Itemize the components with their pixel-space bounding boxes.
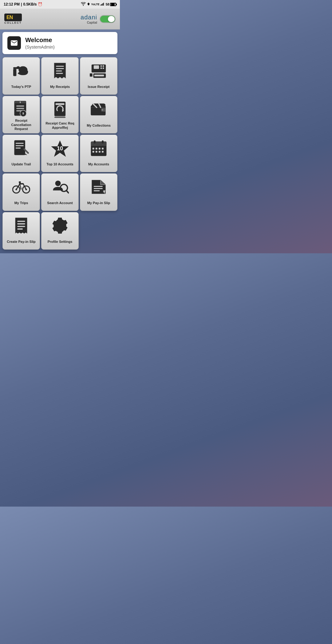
welcome-title: Welcome: [25, 36, 55, 44]
toggle-knob: [108, 16, 115, 22]
svg-rect-50: [93, 151, 94, 152]
grid-item-my-payin-slip[interactable]: ₹ My Pay-in Slip: [80, 173, 117, 211]
label-my-payin-slip: My Pay-in Slip: [87, 199, 110, 207]
grid-item-issue-receipt[interactable]: Issue Receipt: [80, 57, 117, 95]
svg-point-34: [102, 109, 103, 110]
svg-rect-10: [56, 73, 63, 74]
pencil-doc-icon: [12, 139, 30, 158]
grid-item-receipt-cancellation[interactable]: $ $ Receipt Cancellation Request: [2, 96, 40, 133]
grid-item-todays-ptp[interactable]: Today's PTP: [2, 57, 40, 95]
speed-value: 0.5KB/s: [23, 2, 37, 6]
label-create-payin-slip: Create Pay-in Slip: [7, 238, 36, 246]
svg-rect-49: [102, 148, 104, 149]
dollar-doc-icon: $ $: [12, 100, 30, 119]
grid-item-search-account[interactable]: Search Account: [41, 173, 79, 211]
grid-item-my-trips[interactable]: My Trips: [2, 173, 40, 211]
speed-display: |: [21, 2, 22, 6]
grid-item-my-collections[interactable]: My Collections: [80, 96, 117, 133]
icon-container-update-trail: [5, 139, 38, 159]
grid-item-receipt-canc-req[interactable]: Receipt Canc Req Apprv/Rej: [41, 96, 79, 133]
star-icon: 10: [50, 139, 70, 159]
label-receipt-cancellation: Receipt Cancellation Request: [5, 120, 38, 130]
adani-logo: adani Capital: [81, 14, 97, 24]
bicycle-icon: [12, 178, 30, 197]
status-left: 12:12 PM | 0.5KB/s ⏰: [4, 2, 42, 6]
svg-rect-64: [94, 188, 103, 189]
svg-rect-14: [94, 65, 99, 69]
grid-item-create-payin-slip[interactable]: Create Pay-in Slip: [2, 212, 40, 250]
sync-icon: [51, 101, 69, 120]
svg-rect-51: [96, 151, 97, 152]
hand-icon: [12, 62, 30, 81]
svg-line-62: [66, 190, 69, 193]
alarm-icon: ⏰: [38, 2, 42, 6]
svg-rect-36: [16, 143, 24, 144]
svg-rect-37: [16, 145, 24, 146]
svg-rect-23: [16, 105, 24, 107]
welcome-bar: Welcome (SystemAdmin): [2, 32, 117, 54]
grid-item-top-10-accounts[interactable]: 10 Top 10 Accounts: [41, 135, 79, 172]
svg-text:$: $: [22, 112, 24, 115]
adani-area: adani Capital: [81, 14, 116, 24]
svg-rect-7: [56, 65, 64, 66]
svg-rect-24: [16, 108, 24, 109]
logo-sub: COLLECT: [4, 21, 22, 24]
wifi-icon: [81, 2, 86, 7]
svg-rect-16: [103, 65, 104, 67]
svg-rect-52: [99, 151, 101, 152]
svg-rect-67: [17, 220, 25, 222]
icon-container-search-account: [43, 177, 77, 198]
icon-container-my-receipts: [43, 61, 77, 81]
grid-item-update-trail[interactable]: Update Trail: [2, 135, 40, 172]
svg-rect-65: [94, 190, 100, 191]
svg-rect-29: [56, 103, 65, 105]
label-todays-ptp: Today's PTP: [11, 83, 31, 91]
logo-main: EN: [6, 15, 13, 20]
grid-item-my-receipts[interactable]: My Receipts: [41, 57, 79, 95]
menu-grid: Today's PTP My Receipts Issue Receipt $: [0, 56, 120, 253]
label-my-receipts: My Receipts: [50, 83, 70, 91]
icon-container-issue-receipt: [82, 61, 115, 81]
toggle-switch[interactable]: [100, 15, 116, 23]
label-my-accounts: My Accounts: [88, 160, 109, 169]
label-update-trail: Update Trail: [12, 160, 31, 169]
svg-rect-13: [90, 73, 93, 76]
icon-container-receipt-canc-req: [43, 100, 77, 120]
svg-text:₹: ₹: [103, 190, 105, 194]
svg-rect-38: [16, 148, 21, 148]
slip-icon: [12, 217, 30, 236]
icon-container-todays-ptp: [5, 61, 38, 81]
label-profile-settings: Profile Settings: [48, 238, 73, 246]
svg-rect-18: [103, 67, 104, 69]
signal-text: YoLTE: [91, 3, 100, 6]
svg-rect-45: [102, 140, 104, 143]
calendar-icon: [90, 139, 108, 158]
label-search-account: Search Account: [47, 199, 73, 207]
svg-rect-69: [17, 226, 25, 227]
svg-rect-68: [17, 223, 25, 224]
icon-container-my-accounts: [82, 139, 115, 159]
svg-text:$: $: [20, 101, 21, 104]
icon-container-my-payin-slip: ₹: [82, 177, 115, 198]
payin-icon: ₹: [90, 178, 108, 197]
svg-rect-48: [99, 148, 101, 149]
label-issue-receipt: Issue Receipt: [88, 83, 110, 91]
svg-rect-70: [17, 228, 23, 230]
logo-box: EN COLLECT: [4, 14, 22, 25]
receipt-icon: [51, 62, 69, 81]
svg-rect-46: [93, 148, 94, 149]
grid-item-my-accounts[interactable]: My Accounts: [80, 135, 117, 172]
svg-point-60: [55, 180, 61, 186]
label-my-trips: My Trips: [14, 199, 28, 207]
icon-container-my-collections: [82, 100, 115, 120]
signal-bars: [101, 2, 105, 7]
svg-rect-8: [56, 68, 64, 69]
svg-rect-1: [101, 4, 102, 6]
logo-area: EN COLLECT: [4, 14, 22, 25]
svg-rect-9: [56, 70, 62, 71]
grid-item-profile-settings[interactable]: Profile Settings: [41, 212, 79, 250]
icon-container-receipt-cancellation: $ $: [5, 100, 38, 119]
gear-icon: [51, 217, 69, 236]
icon-container-profile-settings: [43, 216, 77, 236]
label-receipt-canc-req: Receipt Canc Req Apprv/Rej: [43, 121, 77, 130]
